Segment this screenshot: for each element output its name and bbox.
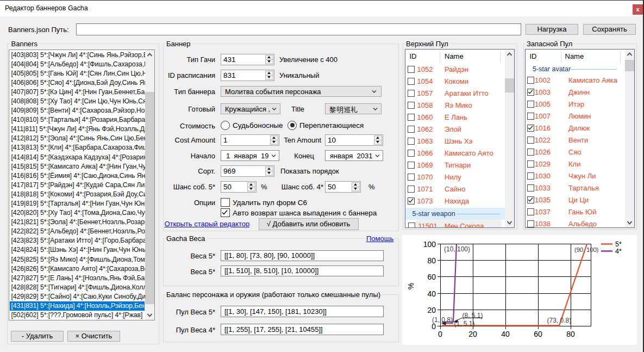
svg-text:60: 60 bbox=[427, 273, 436, 281]
svg-text:80: 80 bbox=[427, 256, 436, 265]
svg-text:100: 100 bbox=[423, 240, 436, 249]
svg-text:(10, 100): (10, 100) bbox=[444, 245, 470, 253]
svg-text:40: 40 bbox=[427, 289, 436, 298]
svg-text:4*: 4* bbox=[615, 248, 622, 255]
svg-text:0: 0 bbox=[438, 330, 442, 338]
svg-text:%: % bbox=[407, 283, 415, 289]
svg-text:(73, 0.8): (73, 0.8) bbox=[547, 317, 572, 324]
svg-text:80: 80 bbox=[566, 330, 575, 338]
svg-text:60: 60 bbox=[534, 330, 542, 338]
svg-text:5*: 5* bbox=[615, 240, 622, 248]
svg-text:20: 20 bbox=[427, 306, 436, 314]
svg-text:(1, 0.8): (1, 0.8) bbox=[432, 316, 453, 324]
svg-text:20: 20 bbox=[468, 330, 477, 338]
svg-text:40: 40 bbox=[501, 330, 510, 338]
svg-text:(90, 100): (90, 100) bbox=[574, 246, 599, 253]
